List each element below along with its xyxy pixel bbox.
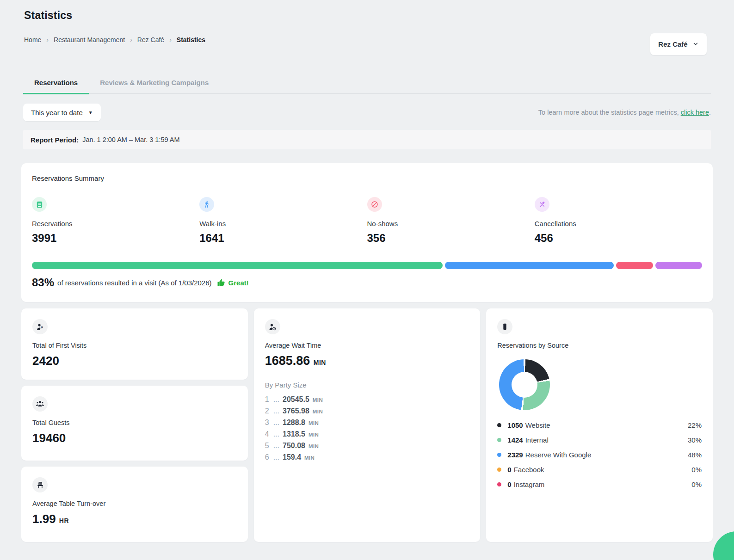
party-size: 4: [265, 430, 270, 438]
card-label: Average Wait Time: [265, 342, 469, 349]
learn-more-suffix: .: [709, 109, 711, 116]
card-label: Average Table Turn-over: [32, 500, 237, 507]
legend-name: Internal: [525, 436, 549, 444]
venue-selector-value: Rez Café: [658, 40, 687, 48]
card-label: Total of First Visits: [32, 342, 237, 349]
thumbs-up-icon: [217, 278, 225, 287]
party-wait-unit: MIN: [308, 443, 319, 449]
metric-value: 356: [367, 232, 535, 245]
legend-dot-icon: [497, 438, 501, 442]
party-wait-value: 159.4: [283, 453, 301, 462]
legend-name: Instagram: [514, 480, 545, 488]
card-label: Total Guests: [32, 419, 237, 426]
book-icon: [32, 197, 47, 212]
party-wait-value: 1288.8: [283, 418, 305, 427]
reservations-stacked-bar: [32, 262, 702, 269]
metric-label: Reservations: [32, 220, 199, 228]
legend-percent: 0%: [691, 480, 702, 488]
party-wait-value: 1318.5: [283, 430, 305, 438]
party-wait-unit: MIN: [313, 397, 323, 403]
party-size-list: 1...20545.5MIN2...3765.98MIN3...1288.8MI…: [265, 395, 469, 462]
metric-value: 1641: [199, 232, 367, 245]
visit-rate-percent: 83%: [32, 276, 54, 289]
legend-count: 1050: [507, 421, 523, 429]
party-size-row: 1...20545.5MIN: [265, 395, 469, 404]
bar-segment-reservations: [32, 262, 443, 269]
party-wait-unit: MIN: [313, 409, 323, 414]
party-size: 6: [265, 453, 270, 462]
report-period-value: Jan. 1 2:00 AM – Mar. 3 1:59 AM: [82, 136, 179, 143]
summary-metrics-grid: Reservations 3991 Walk-ins 1641 No-shows…: [32, 197, 702, 245]
party-dots: ...: [273, 407, 279, 415]
metric-label: No-shows: [367, 220, 535, 228]
tab-bar: Reservations Reviews & Marketing Campaig…: [23, 73, 711, 94]
breadcrumb-venue[interactable]: Rez Café: [137, 36, 164, 43]
legend-row-reserve-with-google: 2329Reserve With Google48%: [497, 451, 702, 459]
party-dots: ...: [273, 418, 279, 427]
party-size-row: 5...750.08MIN: [265, 442, 469, 450]
party-size: 2: [265, 407, 270, 415]
legend-count: 1424: [507, 436, 523, 444]
tab-reservations[interactable]: Reservations: [23, 73, 89, 94]
legend-row-instagram: 0Instagram0%: [497, 480, 702, 488]
tab-reviews-marketing[interactable]: Reviews & Marketing Campaigns: [89, 73, 220, 94]
party-dots: ...: [273, 453, 279, 462]
party-wait-unit: MIN: [308, 432, 319, 437]
breadcrumb-home[interactable]: Home: [24, 36, 41, 43]
party-size-section-title: By Party Size: [265, 381, 469, 389]
metric-no-shows: No-shows 356: [367, 197, 535, 245]
metric-value: 3991: [32, 232, 199, 245]
legend-dot-icon: [497, 482, 501, 486]
party-size-row: 2...3765.98MIN: [265, 407, 469, 415]
person-clock-icon: [265, 319, 280, 334]
metric-label: Walk-ins: [199, 220, 367, 228]
learn-more-text: To learn more about the statistics page …: [538, 109, 711, 116]
learn-more-link[interactable]: click here: [681, 109, 709, 116]
party-wait-value: 20545.5: [283, 395, 309, 404]
party-dots: ...: [273, 430, 279, 438]
person-first-visit-icon: 1: [32, 319, 48, 334]
bar-segment-no-shows: [616, 262, 653, 269]
legend-dot-icon: [497, 453, 501, 457]
breadcrumb-separator: ›: [130, 36, 132, 43]
bar-segment-walk-ins: [445, 262, 614, 269]
reservations-by-source-donut: [499, 359, 550, 410]
legend-count: 0: [507, 466, 511, 474]
visit-rate-text: of reservations resulted in a visit (As …: [57, 279, 212, 287]
reservations-by-source-card: Reservations by Source 1050Website22%142…: [486, 308, 713, 542]
legend-percent: 30%: [688, 436, 702, 444]
breadcrumb-current: Statistics: [177, 36, 205, 43]
left-card-column: 1 Total of First Visits 2420 Total Guest…: [21, 308, 248, 542]
venue-selector-dropdown[interactable]: Rez Café: [650, 33, 707, 55]
legend-dot-icon: [497, 423, 501, 427]
date-range-dropdown[interactable]: This year to date ▼: [23, 104, 101, 121]
party-wait-value: 3765.98: [283, 407, 309, 415]
party-size-row: 6...159.4MIN: [265, 453, 469, 462]
party-size-row: 4...1318.5MIN: [265, 430, 469, 438]
walking-person-icon: [199, 197, 214, 212]
breadcrumb-restaurant-management[interactable]: Restaurant Management: [54, 36, 125, 43]
date-range-value: This year to date: [31, 109, 83, 117]
block-icon: [367, 197, 382, 212]
party-wait-unit: MIN: [308, 420, 319, 426]
party-wait-unit: MIN: [304, 455, 315, 461]
card-value: 2420: [32, 354, 237, 368]
donut-hole: [512, 372, 537, 398]
visit-rate-row: 83% of reservations resulted in a visit …: [32, 276, 702, 289]
total-guests-card: Total Guests 19460: [21, 386, 248, 461]
metric-value: 456: [535, 232, 702, 245]
source-legend: 1050Website22%1424Internal30%2329Reserve…: [497, 421, 702, 488]
first-visits-card: 1 Total of First Visits 2420: [21, 308, 248, 380]
party-size-row: 3...1288.8MIN: [265, 418, 469, 427]
breadcrumb-separator: ›: [169, 36, 172, 43]
turnover-value: 1.99: [32, 512, 56, 526]
bar-segment-cancellations: [655, 262, 702, 269]
metric-walk-ins: Walk-ins 1641: [199, 197, 367, 245]
reservations-summary-title: Reservations Summary: [32, 174, 702, 182]
party-size: 3: [265, 418, 270, 427]
crossed-utensils-icon: [535, 197, 549, 212]
visit-rate-badge: Great!: [228, 279, 249, 287]
legend-row-website: 1050Website22%: [497, 421, 702, 429]
legend-row-internal: 1424Internal30%: [497, 436, 702, 444]
phone-icon: [497, 319, 512, 334]
